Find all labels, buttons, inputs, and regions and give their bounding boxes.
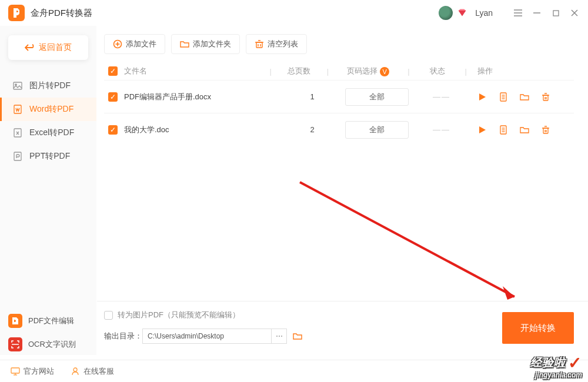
main-panel: 添加文件 添加文件夹 清空列表 ✓ 文件名 | 总页数 | 页码选择V | 状态…: [97, 26, 588, 355]
svg-point-8: [15, 84, 16, 85]
start-convert-button[interactable]: 开始转换: [502, 312, 574, 344]
col-page-range: 页码选择V: [330, 66, 406, 76]
output-label: 输出目录：: [104, 331, 142, 341]
maximize-icon[interactable]: [550, 8, 561, 18]
table-header: ✓ 文件名 | 总页数 | 页码选择V | 状态 | 操作: [104, 62, 574, 80]
folder-open-icon[interactable]: [520, 92, 529, 102]
status-cell: ——: [415, 125, 468, 134]
add-folder-button[interactable]: 添加文件夹: [171, 34, 240, 54]
nav-image-to-pdf[interactable]: 图片转PDF: [0, 74, 96, 98]
btn-label: 清空列表: [268, 39, 298, 49]
pages-cell: 1: [286, 92, 339, 101]
app-title: 金舟PDF转换器: [31, 8, 92, 19]
footer: 官方网站 在线客服: [0, 360, 588, 382]
nav-label: Word转PDF: [29, 104, 74, 115]
add-file-button[interactable]: 添加文件: [104, 34, 165, 54]
pdf-editor-link[interactable]: PDF文件编辑: [8, 309, 89, 333]
trash-icon[interactable]: [541, 92, 550, 102]
folder-open-icon[interactable]: [520, 125, 529, 135]
sidebar-bottom: PDF文件编辑 OCR文字识别: [0, 309, 97, 356]
filename-cell: PDF编辑器产品手册.docx: [122, 92, 286, 102]
pdf-edit-icon: [8, 314, 22, 328]
col-actions: 操作: [468, 66, 574, 76]
page-range-select[interactable]: 全部: [345, 121, 409, 139]
nav-word-to-pdf[interactable]: Word转PDF: [0, 98, 96, 121]
browse-button[interactable]: ⋯: [272, 329, 287, 344]
bottom-bar: 转为图片PDF（只能预览不能编辑） 输出目录： ⋯ 开始转换: [97, 301, 588, 355]
nav-label: Excel转PDF: [29, 128, 74, 138]
btn-label: 添加文件夹: [193, 39, 231, 49]
ocr-icon: [8, 337, 22, 351]
col-pages: 总页数: [273, 66, 326, 76]
watermark: 经验啦✓ jingyanla.com: [530, 355, 582, 378]
username-label[interactable]: Lyan: [475, 8, 493, 18]
btn-label: 添加文件: [126, 39, 156, 49]
document-icon[interactable]: [499, 125, 508, 135]
row-actions: [468, 92, 574, 102]
svg-rect-4: [553, 11, 559, 16]
headset-icon: [71, 367, 80, 376]
row-checkbox[interactable]: ✓: [108, 125, 118, 135]
nav-label: 图片转PDF: [29, 81, 71, 91]
close-icon[interactable]: [569, 8, 580, 18]
customer-support-link[interactable]: 在线客服: [71, 366, 114, 377]
sidebar: 返回首页 图片转PDF Word转PDF Excel转PDF PPT转PDF P…: [0, 26, 97, 355]
svg-rect-25: [543, 128, 548, 133]
svg-rect-26: [11, 368, 19, 373]
user-avatar[interactable]: [439, 6, 453, 20]
trash-icon[interactable]: [541, 125, 550, 135]
start-label: 开始转换: [520, 323, 556, 334]
output-path-input[interactable]: [142, 329, 272, 344]
clear-list-button[interactable]: 清空列表: [246, 34, 307, 54]
titlebar: 金舟PDF转换器 Lyan: [0, 0, 588, 26]
vip-diamond-icon[interactable]: [457, 8, 467, 18]
footer-label: 在线客服: [83, 366, 114, 377]
row-checkbox[interactable]: ✓: [108, 92, 118, 102]
open-output-folder-icon[interactable]: [293, 331, 302, 341]
image-icon: [13, 81, 22, 91]
official-site-link[interactable]: 官方网站: [11, 366, 54, 377]
footer-label: 官方网站: [24, 366, 54, 377]
app-logo-icon: [8, 5, 25, 21]
vip-badge-icon: V: [380, 67, 389, 76]
word-icon: [13, 105, 22, 114]
svg-rect-7: [14, 82, 22, 89]
svg-rect-11: [14, 152, 21, 160]
ocr-link[interactable]: OCR文字识别: [8, 333, 89, 356]
document-icon[interactable]: [499, 92, 508, 102]
clear-icon: [255, 39, 264, 49]
row-actions: [468, 125, 574, 135]
checkbox-empty[interactable]: [104, 311, 113, 320]
col-filename: 文件名: [122, 66, 268, 76]
col-status: 状态: [411, 66, 464, 76]
plus-circle-icon: [113, 39, 122, 49]
ppt-icon: [13, 152, 22, 161]
play-icon[interactable]: [477, 125, 487, 135]
filename-cell: 我的大学.doc: [122, 125, 286, 135]
table-row: ✓ 我的大学.doc 2 全部 ——: [104, 113, 574, 146]
nav-label: PPT转PDF: [29, 151, 70, 162]
nav-ppt-to-pdf[interactable]: PPT转PDF: [0, 145, 96, 168]
page-range-select[interactable]: 全部: [345, 88, 409, 106]
status-cell: ——: [415, 92, 468, 101]
image-pdf-label: 转为图片PDF（只能预览不能编辑）: [118, 310, 240, 320]
back-home-button[interactable]: 返回首页: [8, 35, 88, 60]
table-row: ✓ PDF编辑器产品手册.docx 1 全部 ——: [104, 80, 574, 113]
minimize-icon[interactable]: [532, 8, 542, 18]
back-arrow-icon: [25, 43, 34, 52]
ocr-label: OCR文字识别: [28, 339, 76, 350]
folder-icon: [180, 39, 189, 49]
monitor-icon: [11, 367, 20, 376]
back-home-label: 返回首页: [39, 42, 72, 53]
svg-point-29: [74, 368, 77, 371]
pdf-editor-label: PDF文件编辑: [28, 316, 74, 326]
svg-rect-15: [256, 42, 262, 48]
play-icon[interactable]: [477, 92, 487, 102]
toolbar: 添加文件 添加文件夹 清空列表: [104, 34, 574, 54]
svg-rect-20: [543, 95, 548, 100]
select-all-checkbox[interactable]: ✓: [108, 66, 118, 76]
menu-icon[interactable]: [513, 8, 523, 18]
pages-cell: 2: [286, 125, 339, 134]
nav-excel-to-pdf[interactable]: Excel转PDF: [0, 121, 96, 145]
excel-icon: [13, 128, 22, 138]
